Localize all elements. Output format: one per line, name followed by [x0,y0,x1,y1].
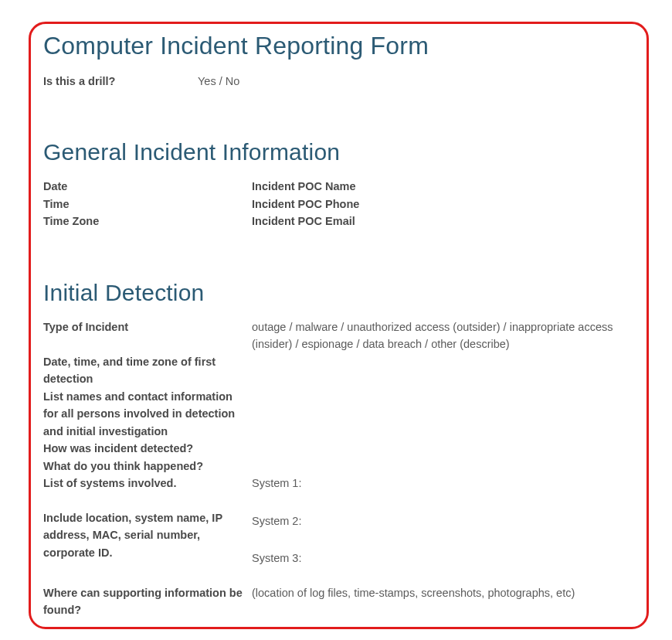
general-row-1: Date Incident POC Name [43,178,634,195]
how-detected-row: How was incident detected? [43,440,634,457]
supporting-label: Where can supporting information be foun… [43,584,252,619]
drill-label: Is this a drill? [43,73,198,90]
systems-label-2: Include location, system name, IP addres… [43,509,244,561]
type-of-incident-label: Type of Incident [43,318,252,335]
system-1-value: System 1: [252,475,634,492]
first-detection-row: Date, time, and time zone of first detec… [43,353,634,388]
contacts-label: List names and contact information for a… [43,388,252,440]
form-title: Computer Incident Reporting Form [43,32,634,60]
system-3-value: System 3: [252,550,634,567]
field-date: Date [43,178,252,195]
supporting-row: Where can supporting information be foun… [43,584,634,619]
supporting-value: (location of log files, time-stamps, scr… [252,584,634,601]
contacts-row: List names and contact information for a… [43,388,634,440]
field-timezone: Time Zone [43,213,252,230]
field-poc-phone: Incident POC Phone [252,196,359,213]
what-happened-row: What do you think happened? [43,458,634,475]
field-time: Time [43,196,252,213]
detection-heading: Initial Detection [43,280,634,306]
form-frame: Computer Incident Reporting Form Is this… [29,22,649,629]
how-detected-label: How was incident detected? [43,440,252,457]
general-row-2: Time Incident POC Phone [43,196,634,213]
field-poc-email: Incident POC Email [252,213,355,230]
what-happened-label: What do you think happened? [43,458,252,475]
system-2-value: System 2: [252,512,634,529]
general-heading: General Incident Information [43,139,634,165]
general-row-3: Time Zone Incident POC Email [43,213,634,230]
systems-label-col: List of systems involved. Include locati… [43,475,252,561]
systems-row: List of systems involved. Include locati… [43,475,634,567]
systems-value-col: System 1: System 2: System 3: [252,475,634,567]
first-detection-label: Date, time, and time zone of first detec… [43,353,252,388]
drill-row: Is this a drill? Yes / No [43,73,634,90]
type-of-incident-row: Type of Incident outage / malware / unau… [43,318,634,353]
type-of-incident-value: outage / malware / unauthorized access (… [252,318,634,353]
drill-value: Yes / No [198,73,239,90]
field-poc-name: Incident POC Name [252,178,356,195]
systems-label-1: List of systems involved. [43,475,244,492]
